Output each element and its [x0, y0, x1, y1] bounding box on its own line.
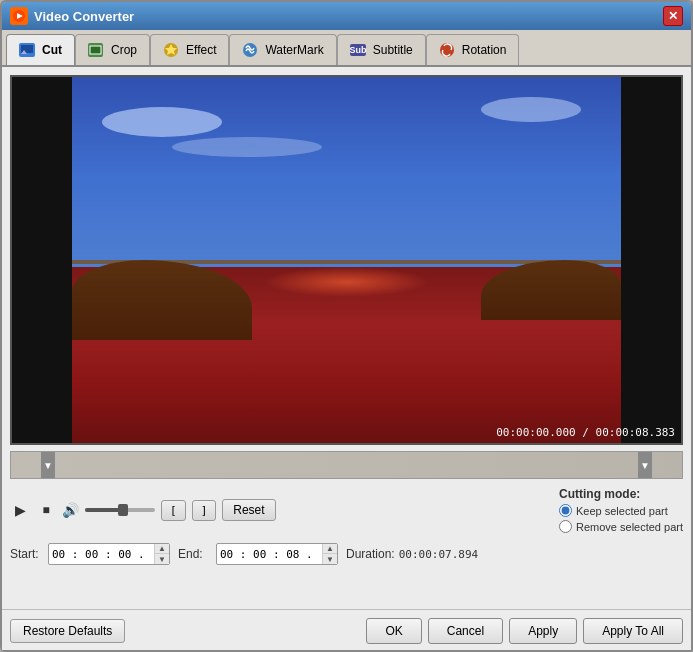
duration-value: 00:00:07.894: [399, 548, 478, 561]
main-window: Video Converter ✕ Cut Crop: [0, 0, 693, 652]
apply-to-all-button[interactable]: Apply To All: [583, 618, 683, 644]
volume-thumb: [118, 504, 128, 516]
glow: [264, 267, 429, 297]
end-down-button[interactable]: ▼: [323, 554, 337, 564]
reset-button[interactable]: Reset: [222, 499, 275, 521]
handle-left-arrow: ▼: [43, 460, 53, 471]
end-time-input[interactable]: [217, 546, 322, 563]
crop-icon: [86, 40, 106, 60]
keep-selected-label: Keep selected part: [576, 505, 668, 517]
stop-button[interactable]: ■: [36, 500, 56, 520]
close-button[interactable]: ✕: [663, 6, 683, 26]
svg-rect-6: [90, 46, 101, 54]
duration-group: Duration: 00:00:07.894: [346, 547, 478, 561]
remove-selected-label: Remove selected part: [576, 521, 683, 533]
end-time-group[interactable]: ▲ ▼: [216, 543, 338, 565]
end-time-spinner: ▲ ▼: [322, 544, 337, 564]
cloud3: [172, 137, 322, 157]
tab-cut-label: Cut: [42, 43, 62, 57]
subtitle-icon: Sub: [348, 40, 368, 60]
start-time-input[interactable]: [49, 546, 154, 563]
tab-effect-label: Effect: [186, 43, 216, 57]
black-bar-right: [621, 77, 681, 443]
title-bar-left: Video Converter: [10, 7, 134, 25]
duration-label: Duration:: [346, 547, 395, 561]
video-container: 00:00:00.000 / 00:00:08.383: [10, 75, 683, 445]
timeline-handle-left[interactable]: ▼: [41, 452, 55, 478]
tab-rotation[interactable]: Rotation: [426, 34, 520, 65]
volume-icon: 🔊: [62, 502, 79, 518]
tab-subtitle-label: Subtitle: [373, 43, 413, 57]
end-label: End:: [178, 547, 208, 561]
app-icon: [10, 7, 28, 25]
volume-slider[interactable]: [85, 508, 155, 512]
cutting-mode: Cutting mode: Keep selected part Remove …: [559, 487, 683, 533]
restore-defaults-button[interactable]: Restore Defaults: [10, 619, 125, 643]
ok-button[interactable]: OK: [366, 618, 421, 644]
effect-icon: [161, 40, 181, 60]
action-buttons: OK Cancel Apply Apply To All: [366, 618, 683, 644]
black-bar-left: [12, 77, 72, 443]
controls-row: ▶ ■ 🔊 [ ] Reset Cutting mode: Keep selec…: [10, 485, 683, 535]
start-time-group[interactable]: ▲ ▼: [48, 543, 170, 565]
handle-right-arrow: ▼: [640, 460, 650, 471]
tab-crop[interactable]: Crop: [75, 34, 150, 65]
keep-selected-row: Keep selected part: [559, 504, 683, 517]
timeline-handle-right[interactable]: ▼: [638, 452, 652, 478]
timeline[interactable]: ▼ ▼: [10, 451, 683, 479]
keep-selected-radio[interactable]: [559, 504, 572, 517]
cutting-mode-label: Cutting mode:: [559, 487, 683, 501]
start-down-button[interactable]: ▼: [155, 554, 169, 564]
start-up-button[interactable]: ▲: [155, 544, 169, 554]
start-label: Start:: [10, 547, 40, 561]
window-title: Video Converter: [34, 9, 134, 24]
tab-effect[interactable]: Effect: [150, 34, 229, 65]
svg-text:Sub: Sub: [349, 45, 367, 55]
rotation-icon: [437, 40, 457, 60]
tab-crop-label: Crop: [111, 43, 137, 57]
apply-button[interactable]: Apply: [509, 618, 577, 644]
cut-icon: [17, 40, 37, 60]
bottom-bar: Restore Defaults OK Cancel Apply Apply T…: [2, 609, 691, 650]
content-area: 00:00:00.000 / 00:00:08.383 ▼ ▼ ▶ ■ 🔊 [ …: [2, 67, 691, 609]
cloud2: [481, 97, 581, 122]
time-row: Start: ▲ ▼ End: ▲ ▼ Duration: 00:00:07.8…: [10, 541, 683, 567]
remove-selected-radio[interactable]: [559, 520, 572, 533]
start-time-spinner: ▲ ▼: [154, 544, 169, 564]
watermark-icon: [240, 40, 260, 60]
tab-cut[interactable]: Cut: [6, 34, 75, 65]
tab-bar: Cut Crop Effect: [2, 30, 691, 67]
svg-point-12: [440, 43, 454, 57]
tab-subtitle[interactable]: Sub Subtitle: [337, 34, 426, 65]
timeline-track: [11, 452, 682, 478]
end-up-button[interactable]: ▲: [323, 544, 337, 554]
video-timestamp: 00:00:00.000 / 00:00:08.383: [496, 426, 675, 439]
cancel-button[interactable]: Cancel: [428, 618, 503, 644]
title-bar: Video Converter ✕: [2, 2, 691, 30]
tab-watermark[interactable]: WaterMark: [229, 34, 336, 65]
play-button[interactable]: ▶: [10, 500, 30, 520]
mark-out-button[interactable]: ]: [192, 500, 217, 521]
mark-in-button[interactable]: [: [161, 500, 186, 521]
cloud1: [102, 107, 222, 137]
sky: [72, 77, 621, 278]
remove-selected-row: Remove selected part: [559, 520, 683, 533]
tab-watermark-label: WaterMark: [265, 43, 323, 57]
video-content: [72, 77, 621, 443]
tab-rotation-label: Rotation: [462, 43, 507, 57]
